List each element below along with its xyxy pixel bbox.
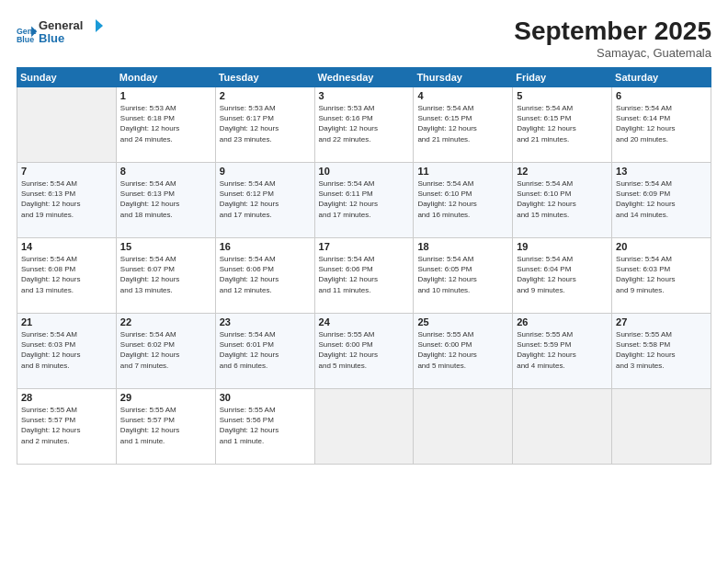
weekday-header-thursday: Thursday: [414, 68, 513, 87]
day-cell: [314, 389, 414, 465]
day-number: 6: [616, 90, 707, 101]
day-info: Sunrise: 5:55 AM Sunset: 6:00 PM Dayligh…: [319, 329, 410, 371]
day-cell: 27Sunrise: 5:55 AM Sunset: 5:58 PM Dayli…: [612, 314, 711, 389]
logo: General Blue General Blue: [17, 17, 108, 53]
day-info: Sunrise: 5:54 AM Sunset: 6:13 PM Dayligh…: [120, 178, 211, 220]
day-info: Sunrise: 5:53 AM Sunset: 6:18 PM Dayligh…: [120, 103, 211, 144]
day-cell: 2Sunrise: 5:53 AM Sunset: 6:17 PM Daylig…: [215, 87, 314, 163]
day-info: Sunrise: 5:54 AM Sunset: 6:06 PM Dayligh…: [319, 254, 410, 295]
svg-marker-4: [96, 19, 103, 32]
day-cell: 24Sunrise: 5:55 AM Sunset: 6:00 PM Dayli…: [314, 314, 414, 389]
weekday-header-monday: Monday: [116, 68, 215, 87]
day-cell: [513, 389, 612, 465]
week-row-2: 7Sunrise: 5:54 AM Sunset: 6:13 PM Daylig…: [17, 163, 711, 238]
weekday-header-sunday: Sunday: [17, 68, 117, 87]
calendar-title: September 2025: [514, 17, 711, 46]
day-info: Sunrise: 5:54 AM Sunset: 6:05 PM Dayligh…: [417, 254, 508, 295]
day-cell: 20Sunrise: 5:54 AM Sunset: 6:03 PM Dayli…: [612, 238, 711, 314]
day-info: Sunrise: 5:54 AM Sunset: 6:06 PM Dayligh…: [220, 254, 311, 295]
calendar-subtitle: Samayac, Guatemala: [514, 46, 711, 60]
general-blue-logo: General Blue: [39, 17, 108, 50]
day-cell: 1Sunrise: 5:53 AM Sunset: 6:18 PM Daylig…: [116, 87, 215, 163]
day-number: 2: [220, 90, 311, 101]
day-cell: 29Sunrise: 5:55 AM Sunset: 5:57 PM Dayli…: [116, 389, 215, 465]
day-cell: 17Sunrise: 5:54 AM Sunset: 6:06 PM Dayli…: [314, 238, 414, 314]
day-number: 7: [21, 166, 112, 177]
svg-text:General: General: [39, 18, 83, 32]
day-cell: 19Sunrise: 5:54 AM Sunset: 6:04 PM Dayli…: [513, 238, 612, 314]
day-number: 15: [120, 241, 211, 252]
day-info: Sunrise: 5:54 AM Sunset: 6:03 PM Dayligh…: [616, 254, 707, 295]
day-cell: [612, 389, 711, 465]
day-number: 22: [120, 316, 211, 327]
weekday-header-saturday: Saturday: [612, 68, 711, 87]
week-row-5: 28Sunrise: 5:55 AM Sunset: 5:57 PM Dayli…: [17, 389, 711, 465]
day-cell: 23Sunrise: 5:54 AM Sunset: 6:01 PM Dayli…: [215, 314, 314, 389]
day-info: Sunrise: 5:54 AM Sunset: 6:07 PM Dayligh…: [120, 254, 211, 295]
day-number: 23: [220, 316, 311, 327]
title-block: September 2025 Samayac, Guatemala: [514, 17, 711, 60]
day-cell: [17, 87, 117, 163]
day-info: Sunrise: 5:55 AM Sunset: 5:57 PM Dayligh…: [120, 405, 211, 446]
day-info: Sunrise: 5:55 AM Sunset: 5:59 PM Dayligh…: [517, 329, 608, 371]
day-number: 10: [319, 166, 410, 177]
day-number: 19: [517, 241, 608, 252]
day-cell: 6Sunrise: 5:54 AM Sunset: 6:14 PM Daylig…: [612, 87, 711, 163]
weekday-header-friday: Friday: [513, 68, 612, 87]
day-number: 26: [517, 316, 608, 327]
day-info: Sunrise: 5:54 AM Sunset: 6:13 PM Dayligh…: [21, 178, 112, 220]
day-number: 5: [517, 90, 608, 101]
day-info: Sunrise: 5:53 AM Sunset: 6:16 PM Dayligh…: [319, 103, 410, 144]
weekday-header-wednesday: Wednesday: [314, 68, 414, 87]
day-info: Sunrise: 5:54 AM Sunset: 6:04 PM Dayligh…: [517, 254, 608, 295]
day-info: Sunrise: 5:54 AM Sunset: 6:14 PM Dayligh…: [616, 103, 707, 144]
day-cell: 28Sunrise: 5:55 AM Sunset: 5:57 PM Dayli…: [17, 389, 117, 465]
day-number: 8: [120, 166, 211, 177]
day-cell: 14Sunrise: 5:54 AM Sunset: 6:08 PM Dayli…: [17, 238, 117, 314]
day-cell: 11Sunrise: 5:54 AM Sunset: 6:10 PM Dayli…: [414, 163, 513, 238]
day-info: Sunrise: 5:54 AM Sunset: 6:08 PM Dayligh…: [21, 254, 112, 295]
day-number: 1: [120, 90, 211, 101]
day-info: Sunrise: 5:54 AM Sunset: 6:12 PM Dayligh…: [220, 178, 311, 220]
calendar-page: General Blue General Blue September 2025…: [0, 0, 728, 563]
day-info: Sunrise: 5:54 AM Sunset: 6:11 PM Dayligh…: [319, 178, 410, 220]
day-number: 16: [220, 241, 311, 252]
day-cell: 30Sunrise: 5:55 AM Sunset: 5:56 PM Dayli…: [215, 389, 314, 465]
day-cell: 4Sunrise: 5:54 AM Sunset: 6:15 PM Daylig…: [414, 87, 513, 163]
week-row-1: 1Sunrise: 5:53 AM Sunset: 6:18 PM Daylig…: [17, 87, 711, 163]
day-info: Sunrise: 5:54 AM Sunset: 6:01 PM Dayligh…: [220, 329, 311, 371]
day-number: 27: [616, 316, 707, 327]
day-info: Sunrise: 5:55 AM Sunset: 6:00 PM Dayligh…: [417, 329, 508, 371]
day-cell: 13Sunrise: 5:54 AM Sunset: 6:09 PM Dayli…: [612, 163, 711, 238]
day-number: 18: [417, 241, 508, 252]
day-number: 25: [417, 316, 508, 327]
calendar-table: SundayMondayTuesdayWednesdayThursdayFrid…: [17, 67, 711, 465]
svg-text:Blue: Blue: [39, 31, 64, 45]
week-row-4: 21Sunrise: 5:54 AM Sunset: 6:03 PM Dayli…: [17, 314, 711, 389]
logo-icon: General Blue: [17, 25, 37, 45]
day-number: 28: [21, 392, 112, 403]
day-info: Sunrise: 5:54 AM Sunset: 6:02 PM Dayligh…: [120, 329, 211, 371]
day-cell: 15Sunrise: 5:54 AM Sunset: 6:07 PM Dayli…: [116, 238, 215, 314]
weekday-header-tuesday: Tuesday: [215, 68, 314, 87]
day-cell: 21Sunrise: 5:54 AM Sunset: 6:03 PM Dayli…: [17, 314, 117, 389]
weekday-header-row: SundayMondayTuesdayWednesdayThursdayFrid…: [17, 68, 711, 87]
day-cell: 8Sunrise: 5:54 AM Sunset: 6:13 PM Daylig…: [116, 163, 215, 238]
day-cell: [414, 389, 513, 465]
day-cell: 3Sunrise: 5:53 AM Sunset: 6:16 PM Daylig…: [314, 87, 414, 163]
day-info: Sunrise: 5:55 AM Sunset: 5:56 PM Dayligh…: [220, 405, 311, 446]
day-info: Sunrise: 5:54 AM Sunset: 6:10 PM Dayligh…: [517, 178, 608, 220]
day-number: 13: [616, 166, 707, 177]
day-cell: 5Sunrise: 5:54 AM Sunset: 6:15 PM Daylig…: [513, 87, 612, 163]
day-cell: 18Sunrise: 5:54 AM Sunset: 6:05 PM Dayli…: [414, 238, 513, 314]
day-number: 21: [21, 316, 112, 327]
day-info: Sunrise: 5:54 AM Sunset: 6:09 PM Dayligh…: [616, 178, 707, 220]
day-number: 17: [319, 241, 410, 252]
day-number: 14: [21, 241, 112, 252]
day-info: Sunrise: 5:53 AM Sunset: 6:17 PM Dayligh…: [220, 103, 311, 144]
day-cell: 10Sunrise: 5:54 AM Sunset: 6:11 PM Dayli…: [314, 163, 414, 238]
day-cell: 9Sunrise: 5:54 AM Sunset: 6:12 PM Daylig…: [215, 163, 314, 238]
day-number: 3: [319, 90, 410, 101]
day-cell: 7Sunrise: 5:54 AM Sunset: 6:13 PM Daylig…: [17, 163, 117, 238]
day-number: 30: [220, 392, 311, 403]
